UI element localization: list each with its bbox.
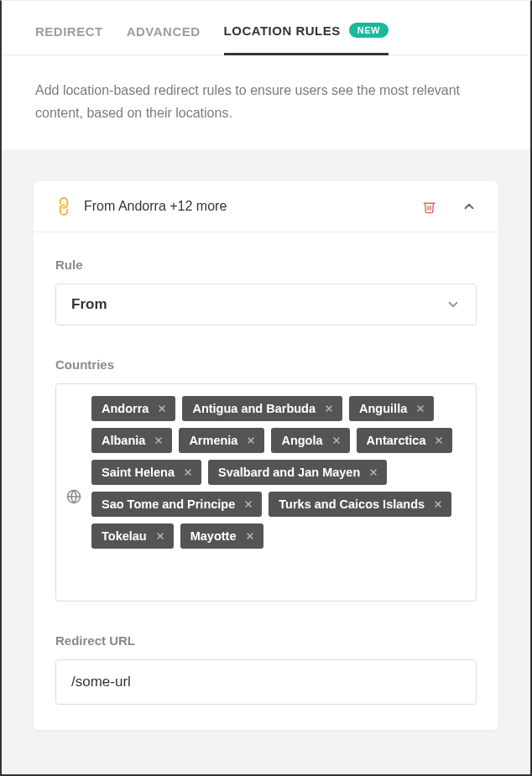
globe-icon bbox=[66, 489, 81, 504]
close-icon[interactable] bbox=[368, 467, 378, 477]
country-chip: Antigua and Barbuda bbox=[182, 396, 342, 421]
redirect-url-label: Redirect URL bbox=[55, 633, 477, 648]
country-chip: Angola bbox=[271, 428, 349, 453]
country-chip-label: Svalbard and Jan Mayen bbox=[218, 466, 360, 479]
country-chip-label: Saint Helena bbox=[102, 466, 175, 479]
close-icon[interactable] bbox=[324, 404, 334, 414]
country-chip-label: Antarctica bbox=[367, 434, 426, 447]
close-icon[interactable] bbox=[155, 531, 165, 541]
link-icon bbox=[52, 195, 76, 218]
country-chip-label: Armenia bbox=[189, 434, 237, 447]
countries-input[interactable]: AndorraAntigua and BarbudaAnguillaAlbani… bbox=[55, 383, 477, 602]
country-chip: Tokelau bbox=[91, 523, 174, 549]
trash-icon[interactable] bbox=[422, 200, 436, 214]
rule-select[interactable]: From bbox=[55, 284, 477, 326]
close-icon[interactable] bbox=[245, 531, 255, 541]
rule-label: Rule bbox=[55, 258, 477, 272]
new-badge: NEW bbox=[349, 23, 389, 38]
country-chip: Saint Helena bbox=[91, 460, 201, 485]
redirect-url-input[interactable] bbox=[55, 659, 477, 705]
country-chip: Antarctica bbox=[357, 428, 453, 453]
country-chip-label: Albania bbox=[102, 434, 145, 447]
close-icon[interactable] bbox=[415, 404, 425, 414]
country-chip: Svalbard and Jan Mayen bbox=[208, 460, 387, 485]
card-title: From Andorra +12 more bbox=[84, 199, 422, 214]
country-chip-label: Turks and Caicos Islands bbox=[279, 497, 425, 511]
close-icon[interactable] bbox=[154, 435, 164, 445]
country-chip: Andorra bbox=[91, 396, 175, 421]
close-icon[interactable] bbox=[331, 435, 342, 445]
close-icon[interactable] bbox=[183, 467, 193, 477]
country-chip: Sao Tome and Principe bbox=[91, 492, 262, 517]
country-chip-label: Mayotte bbox=[190, 529, 237, 543]
country-chip-label: Anguilla bbox=[359, 402, 407, 415]
country-chip: Anguilla bbox=[349, 396, 434, 421]
close-icon[interactable] bbox=[243, 499, 253, 509]
country-chip: Turks and Caicos Islands bbox=[269, 492, 451, 517]
countries-label: Countries bbox=[55, 357, 477, 372]
close-icon[interactable] bbox=[433, 499, 443, 509]
rule-card: From Andorra +12 more Rule From Countrie… bbox=[34, 181, 498, 730]
close-icon[interactable] bbox=[157, 404, 167, 414]
card-body: Rule From Countries AndorraAntigua and B… bbox=[34, 232, 498, 730]
close-icon[interactable] bbox=[434, 435, 444, 445]
close-icon[interactable] bbox=[246, 435, 256, 445]
rule-selected-value: From bbox=[71, 296, 107, 313]
country-chip: Armenia bbox=[179, 428, 264, 453]
country-chip-label: Tokelau bbox=[102, 529, 147, 543]
chevron-down-icon bbox=[446, 297, 461, 312]
tab-location-rules-label: LOCATION RULES bbox=[224, 23, 341, 38]
card-header[interactable]: From Andorra +12 more bbox=[34, 181, 498, 232]
chevron-up-icon[interactable] bbox=[462, 199, 477, 214]
tab-redirect[interactable]: REDIRECT bbox=[35, 24, 103, 54]
description-text: Add location-based redirect rules to ens… bbox=[2, 55, 530, 149]
country-chip-label: Antigua and Barbuda bbox=[192, 402, 316, 415]
tabs-bar: REDIRECT ADVANCED LOCATION RULES NEW bbox=[2, 1, 530, 55]
tab-location-rules[interactable]: LOCATION RULES NEW bbox=[224, 23, 389, 55]
country-chip: Albania bbox=[91, 428, 172, 453]
tab-advanced[interactable]: ADVANCED bbox=[127, 24, 201, 54]
content-area: From Andorra +12 more Rule From Countrie… bbox=[2, 149, 530, 776]
country-chip: Mayotte bbox=[180, 523, 263, 549]
country-chip-label: Angola bbox=[281, 434, 322, 447]
country-chip-label: Sao Tome and Principe bbox=[102, 497, 235, 511]
country-chip-label: Andorra bbox=[102, 402, 149, 415]
